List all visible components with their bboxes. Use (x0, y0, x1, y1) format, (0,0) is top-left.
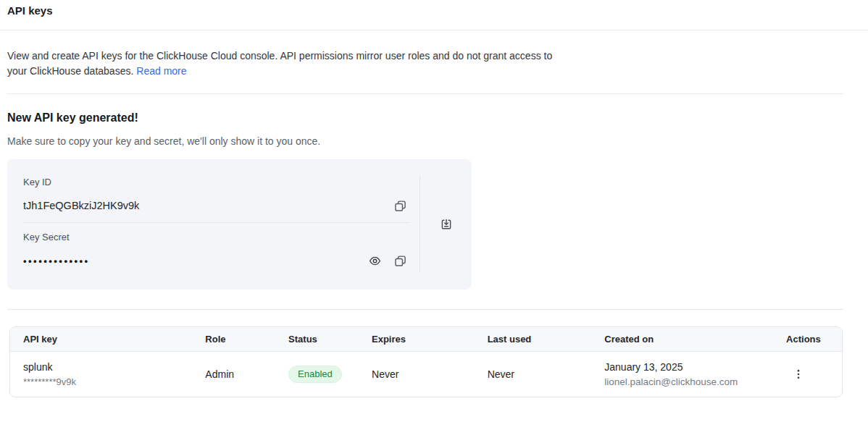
key-id-value: tJh1FeQGBkziJ2HK9v9k (23, 200, 139, 211)
column-header-created-on: Created on (591, 327, 773, 352)
key-id-row: tJh1FeQGBkziJ2HK9v9k (23, 196, 409, 215)
copy-icon (394, 255, 406, 267)
table-header-row: API key Role Status Expires Last used Cr… (10, 327, 842, 352)
eye-icon (369, 255, 381, 267)
row-actions-button[interactable] (786, 365, 811, 384)
api-keys-page: API keys View and create API keys for th… (0, 4, 868, 397)
description-line2: your ClickHouse databases. (7, 65, 133, 77)
table-row: splunk *********9v9k Admin Enabled Never… (10, 352, 842, 397)
copy-secret-button[interactable] (391, 251, 409, 270)
header-divider (0, 30, 868, 30)
new-key-banner-subtitle: Make sure to copy your key and secret, w… (7, 135, 868, 148)
description-line1: View and create API keys for the ClickHo… (7, 50, 552, 62)
created-by-email: lionel.palacin@clickhouse.com (604, 376, 773, 388)
page-description: View and create API keys for the ClickHo… (7, 48, 868, 79)
key-secret-masked-value: ••••••••••••• (23, 256, 90, 266)
reveal-secret-button[interactable] (365, 251, 384, 270)
key-card-divider (23, 222, 409, 223)
api-key-name: splunk (23, 361, 192, 374)
page-title: API keys (7, 4, 868, 17)
column-header-status: Status (275, 327, 359, 352)
new-key-banner-title: New API key generated! (7, 111, 868, 125)
download-key-button[interactable] (437, 215, 456, 234)
api-keys-table: API key Role Status Expires Last used Cr… (9, 326, 843, 397)
api-key-masked: *********9v9k (23, 376, 192, 388)
kebab-menu-icon (793, 368, 804, 380)
api-key-expires: Never (359, 352, 475, 397)
column-header-expires: Expires (359, 327, 475, 352)
status-badge: Enabled (288, 366, 342, 383)
key-card-fields: Key ID tJh1FeQGBkziJ2HK9v9k Key Sec (7, 159, 420, 290)
section-divider (7, 93, 843, 94)
column-header-api-key: API key (10, 327, 192, 352)
download-icon (440, 218, 453, 231)
copy-icon (394, 200, 406, 212)
api-key-role: Admin (192, 352, 275, 397)
api-key-last-used: Never (475, 352, 592, 397)
key-secret-label: Key Secret (23, 232, 409, 242)
key-secret-row: ••••••••••••• (23, 251, 409, 270)
column-header-role: Role (192, 327, 275, 352)
key-id-label: Key ID (23, 177, 409, 187)
read-more-link[interactable]: Read more (136, 65, 186, 77)
column-header-actions: Actions (773, 327, 842, 352)
table-section-divider (7, 309, 843, 310)
copy-key-id-button[interactable] (391, 196, 409, 215)
created-on-date: January 13, 2025 (604, 361, 773, 374)
new-key-card: Key ID tJh1FeQGBkziJ2HK9v9k Key Sec (7, 159, 472, 290)
column-header-last-used: Last used (475, 327, 592, 352)
key-card-download-pane (420, 177, 472, 272)
